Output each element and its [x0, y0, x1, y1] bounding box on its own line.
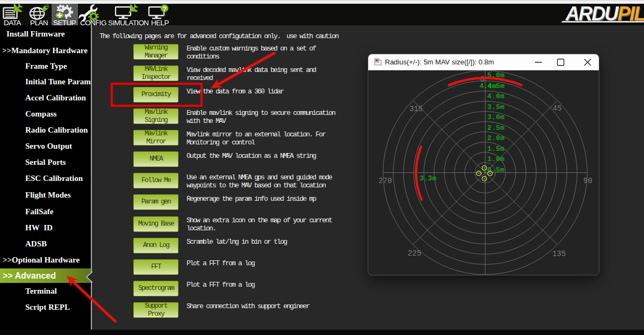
- svg-text:0.5m: 0.5m: [488, 166, 505, 174]
- svg-text:315: 315: [409, 105, 423, 113]
- svg-text:3.3m: 3.3m: [420, 174, 437, 183]
- svg-text:?: ?: [162, 5, 167, 13]
- svg-text:2.5m: 2.5m: [488, 124, 505, 132]
- svg-text:4.0m: 4.0m: [488, 92, 505, 100]
- svg-text:90: 90: [583, 177, 592, 185]
- svg-text:3.5m: 3.5m: [488, 103, 505, 111]
- svg-text:270: 270: [378, 177, 392, 185]
- svg-text:1.0m: 1.0m: [488, 155, 505, 163]
- svg-text:3.0m: 3.0m: [488, 113, 505, 121]
- svg-text:45: 45: [553, 104, 562, 113]
- svg-text:225: 225: [407, 249, 421, 258]
- svg-text:4.4m: 4.4m: [480, 82, 496, 90]
- svg-text:1.5m: 1.5m: [488, 145, 505, 153]
- svg-text:135: 135: [552, 250, 566, 258]
- svg-text:2.0m: 2.0m: [488, 134, 505, 142]
